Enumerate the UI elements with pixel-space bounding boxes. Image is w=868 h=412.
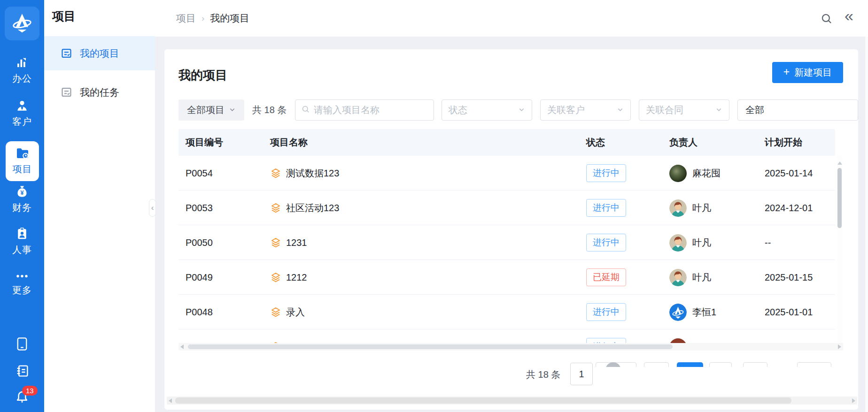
table-row[interactable]: 进行中	[178, 329, 835, 343]
project-code: P0048	[186, 295, 265, 329]
office-icon	[3, 55, 41, 70]
table-body: P0054测试数据123进行中麻花囤2025-01-14P0053社区活动123…	[178, 156, 835, 343]
window-scroll-gutter	[865, 37, 868, 412]
header-project-name: 项目名称	[270, 129, 575, 156]
submenu-item-my-tasks[interactable]: 我的任务	[44, 75, 155, 109]
mobile-app-button[interactable]	[0, 337, 44, 353]
project-search-box	[295, 99, 434, 121]
table-horizontal-scrollbar[interactable]	[178, 343, 843, 351]
project-name-cell[interactable]: 社区活动123	[270, 191, 575, 225]
table-row[interactable]: P00491212已延期叶凡2025-01-15	[178, 260, 835, 295]
scroll-right-arrow-icon[interactable]	[838, 344, 841, 349]
header-start-date: 计划开始	[765, 129, 835, 156]
rail-item-label: 财务	[3, 201, 41, 214]
table-row[interactable]: P0054测试数据123进行中麻花囤2025-01-14	[178, 156, 835, 191]
table-row[interactable]: P00501231进行中叶凡--	[178, 225, 835, 260]
owner-cell: 麻花囤	[669, 156, 759, 191]
owner-name: 叶凡	[692, 237, 711, 249]
project-name-cell[interactable]: 录入	[270, 295, 575, 329]
hr-icon	[3, 227, 41, 242]
table-vertical-scrollbar[interactable]	[837, 156, 842, 343]
chevron-down-icon	[518, 105, 525, 115]
layers-icon	[270, 168, 281, 179]
submenu-title: 项目	[52, 8, 76, 24]
project-name: 测试数据123	[286, 167, 339, 180]
rail-item-office[interactable]: 办公	[3, 55, 41, 85]
project-name-cell[interactable]: 1231	[270, 225, 575, 260]
table-row[interactable]: P0048录入进行中李恒12025-01-01	[178, 295, 835, 329]
project-name-cell[interactable]: 1212	[270, 260, 575, 295]
header-status: 状态	[586, 129, 664, 156]
project-name-cell[interactable]	[270, 329, 575, 343]
status-cell: 进行中	[586, 329, 664, 343]
rail-item-customer[interactable]: 客户	[3, 99, 41, 128]
owner-name: 叶凡	[692, 271, 711, 284]
project-code	[186, 329, 265, 343]
submenu-item-label: 我的任务	[80, 86, 119, 99]
project-name-cell[interactable]: 测试数据123	[270, 156, 575, 191]
contract-select[interactable]: 关联合同	[639, 99, 729, 121]
page-button[interactable]	[709, 362, 732, 367]
page-button[interactable]	[743, 362, 767, 367]
project-code: P0054	[186, 156, 265, 191]
rail-item-more[interactable]: 更多	[3, 273, 41, 297]
rail-item-finance[interactable]: ¥ 财务	[3, 184, 41, 214]
rail-item-hr[interactable]: 人事	[3, 227, 41, 256]
app-logo[interactable]	[5, 7, 39, 40]
svg-text:¥: ¥	[21, 190, 24, 196]
status-badge: 进行中	[586, 164, 626, 182]
status-badge: 进行中	[586, 199, 626, 217]
submenu-item-my-projects[interactable]: 我的项目	[44, 36, 155, 70]
owner-cell: 叶凡	[669, 225, 759, 260]
pagination-controls-clipped	[594, 361, 835, 367]
horizontal-scrollbar-thumb[interactable]	[175, 397, 791, 404]
project-code: P0053	[186, 191, 265, 225]
rail-item-label: 办公	[3, 72, 41, 85]
topbar: 项目 › 我的项目 «	[155, 0, 868, 37]
search-icon[interactable]	[820, 12, 833, 27]
project-icon	[6, 146, 39, 161]
breadcrumb-item-current: 我的项目	[210, 12, 249, 25]
collapse-panel-icon[interactable]: «	[845, 7, 852, 25]
table-row[interactable]: P0053社区活动123进行中叶凡2024-12-01	[178, 191, 835, 225]
page-title: 我的项目	[178, 67, 227, 84]
card-horizontal-scrollbar[interactable]	[167, 397, 857, 404]
status-badge: 进行中	[586, 234, 626, 252]
layers-icon	[270, 202, 281, 214]
start-date	[765, 329, 835, 343]
status-cell: 进行中	[586, 191, 664, 225]
chevron-down-icon	[715, 105, 722, 115]
horizontal-scrollbar-thumb[interactable]	[188, 344, 673, 349]
header-project-code: 项目编号	[186, 129, 265, 156]
page-number-input[interactable]: 1	[570, 363, 593, 385]
scroll-right-arrow-icon[interactable]	[852, 398, 855, 403]
status-select[interactable]: 状态	[442, 99, 532, 121]
status-badge: 进行中	[586, 338, 626, 343]
scroll-up-arrow-icon[interactable]	[837, 161, 842, 165]
sidebar-collapse-handle[interactable]: ‹	[149, 199, 156, 217]
notification-count-badge: 13	[22, 386, 38, 396]
scroll-left-arrow-icon[interactable]	[169, 398, 172, 403]
active-page-button[interactable]	[677, 362, 703, 367]
customer-select[interactable]: 关联客户	[540, 99, 631, 121]
start-date: 2025-01-01	[765, 295, 835, 329]
project-name: 录入	[286, 306, 305, 319]
new-project-button[interactable]: + 新建项目	[772, 62, 843, 83]
layers-icon	[270, 272, 281, 283]
scroll-left-arrow-icon[interactable]	[180, 344, 184, 349]
rail-item-project[interactable]: 项目	[6, 141, 39, 181]
search-icon	[301, 105, 310, 116]
vertical-scrollbar-thumb[interactable]	[837, 168, 842, 228]
next-page-button[interactable]	[797, 362, 831, 367]
journal-button[interactable]	[0, 364, 44, 380]
scope-dropdown[interactable]: 全部项目	[178, 99, 244, 121]
customer-icon	[3, 99, 41, 114]
logo-icon	[10, 11, 34, 36]
page-button[interactable]	[644, 362, 669, 367]
range-select[interactable]: 全部	[737, 99, 858, 121]
project-name-input[interactable]	[314, 105, 422, 115]
breadcrumb-item[interactable]: 项目	[176, 12, 196, 25]
status-cell: 进行中	[586, 295, 664, 329]
rail-item-label: 客户	[3, 115, 41, 128]
owner-cell: 叶凡	[669, 191, 759, 225]
